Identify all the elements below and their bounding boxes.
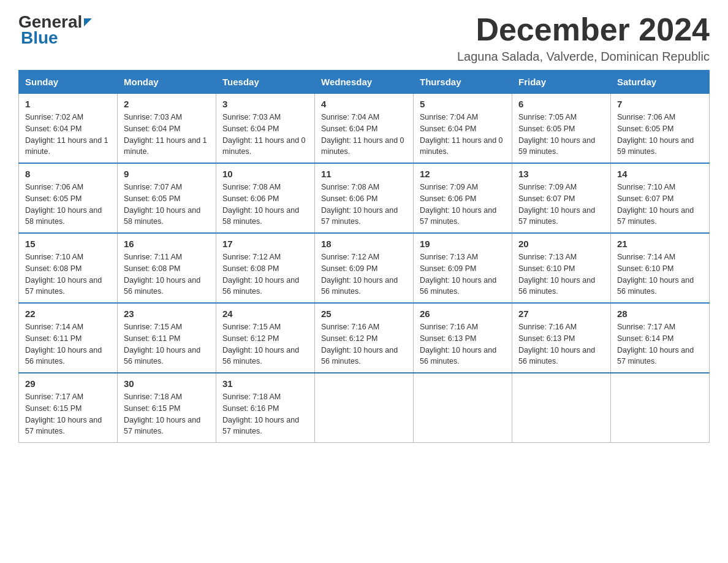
day-info: Sunrise: 7:17 AMSunset: 6:15 PMDaylight:… — [25, 393, 102, 435]
day-number: 1 — [25, 99, 111, 109]
day-info: Sunrise: 7:09 AMSunset: 6:06 PMDaylight:… — [420, 183, 496, 226]
calendar-cell: 9 Sunrise: 7:07 AMSunset: 6:05 PMDayligh… — [118, 163, 216, 233]
day-number: 8 — [25, 169, 111, 179]
calendar-cell — [611, 373, 710, 443]
calendar-cell: 17 Sunrise: 7:12 AMSunset: 6:08 PMDaylig… — [216, 233, 315, 303]
calendar-cell: 11 Sunrise: 7:08 AMSunset: 6:06 PMDaylig… — [315, 163, 414, 233]
day-number: 2 — [124, 99, 210, 109]
day-number: 11 — [321, 169, 407, 179]
day-info: Sunrise: 7:07 AMSunset: 6:05 PMDaylight:… — [124, 183, 200, 226]
day-number: 5 — [420, 99, 506, 109]
day-number: 28 — [617, 308, 703, 319]
day-info: Sunrise: 7:16 AMSunset: 6:13 PMDaylight:… — [420, 323, 496, 366]
day-number: 14 — [617, 169, 703, 179]
title-section: December 2024 Laguna Salada, Valverde, D… — [457, 12, 710, 64]
calendar-cell: 5 Sunrise: 7:04 AMSunset: 6:04 PMDayligh… — [414, 94, 512, 164]
day-number: 15 — [25, 239, 111, 249]
day-info: Sunrise: 7:14 AMSunset: 6:10 PMDaylight:… — [617, 253, 694, 296]
day-info: Sunrise: 7:08 AMSunset: 6:06 PMDaylight:… — [222, 183, 299, 226]
calendar-cell — [315, 373, 414, 443]
day-number: 27 — [518, 308, 604, 319]
day-number: 4 — [321, 99, 407, 109]
day-info: Sunrise: 7:12 AMSunset: 6:09 PMDaylight:… — [321, 253, 398, 296]
calendar-cell: 20 Sunrise: 7:13 AMSunset: 6:10 PMDaylig… — [512, 233, 611, 303]
day-number: 20 — [518, 239, 604, 249]
calendar-table: Sunday Monday Tuesday Wednesday Thursday… — [18, 70, 710, 443]
day-number: 22 — [25, 308, 111, 319]
day-number: 18 — [321, 239, 407, 249]
day-info: Sunrise: 7:16 AMSunset: 6:12 PMDaylight:… — [321, 323, 398, 366]
day-number: 7 — [617, 99, 703, 109]
logo-blue: Blue — [21, 28, 92, 48]
day-info: Sunrise: 7:12 AMSunset: 6:08 PMDaylight:… — [222, 253, 299, 296]
calendar-cell — [512, 373, 611, 443]
month-title: December 2024 — [457, 12, 710, 47]
calendar-header: Sunday Monday Tuesday Wednesday Thursday… — [19, 71, 710, 94]
calendar-cell: 3 Sunrise: 7:03 AMSunset: 6:04 PMDayligh… — [216, 94, 315, 164]
calendar-body: 1 Sunrise: 7:02 AMSunset: 6:04 PMDayligh… — [19, 94, 710, 443]
calendar-cell: 14 Sunrise: 7:10 AMSunset: 6:07 PMDaylig… — [611, 163, 710, 233]
page-header: General Blue December 2024 Laguna Salada… — [18, 12, 710, 64]
calendar-cell: 22 Sunrise: 7:14 AMSunset: 6:11 PMDaylig… — [19, 303, 118, 373]
calendar-cell: 16 Sunrise: 7:11 AMSunset: 6:08 PMDaylig… — [118, 233, 216, 303]
day-number: 6 — [518, 99, 604, 109]
calendar-cell: 29 Sunrise: 7:17 AMSunset: 6:15 PMDaylig… — [19, 373, 118, 443]
calendar-cell: 10 Sunrise: 7:08 AMSunset: 6:06 PMDaylig… — [216, 163, 315, 233]
calendar-cell: 21 Sunrise: 7:14 AMSunset: 6:10 PMDaylig… — [611, 233, 710, 303]
calendar-cell — [414, 373, 512, 443]
calendar-cell: 25 Sunrise: 7:16 AMSunset: 6:12 PMDaylig… — [315, 303, 414, 373]
calendar-cell: 28 Sunrise: 7:17 AMSunset: 6:14 PMDaylig… — [611, 303, 710, 373]
day-info: Sunrise: 7:15 AMSunset: 6:12 PMDaylight:… — [222, 323, 299, 366]
day-number: 25 — [321, 308, 407, 319]
day-number: 16 — [124, 239, 210, 249]
day-info: Sunrise: 7:09 AMSunset: 6:07 PMDaylight:… — [518, 183, 595, 226]
calendar-cell: 23 Sunrise: 7:15 AMSunset: 6:11 PMDaylig… — [118, 303, 216, 373]
calendar-cell: 1 Sunrise: 7:02 AMSunset: 6:04 PMDayligh… — [19, 94, 118, 164]
day-info: Sunrise: 7:03 AMSunset: 6:04 PMDaylight:… — [222, 113, 306, 156]
logo: General Blue — [18, 12, 92, 48]
day-info: Sunrise: 7:10 AMSunset: 6:08 PMDaylight:… — [25, 253, 102, 296]
day-info: Sunrise: 7:18 AMSunset: 6:16 PMDaylight:… — [222, 393, 299, 435]
day-info: Sunrise: 7:17 AMSunset: 6:14 PMDaylight:… — [617, 323, 694, 366]
day-info: Sunrise: 7:15 AMSunset: 6:11 PMDaylight:… — [124, 323, 200, 366]
calendar-cell: 26 Sunrise: 7:16 AMSunset: 6:13 PMDaylig… — [414, 303, 512, 373]
day-info: Sunrise: 7:11 AMSunset: 6:08 PMDaylight:… — [124, 253, 200, 296]
day-info: Sunrise: 7:03 AMSunset: 6:04 PMDaylight:… — [124, 113, 207, 156]
calendar-cell: 12 Sunrise: 7:09 AMSunset: 6:06 PMDaylig… — [414, 163, 512, 233]
calendar-cell: 7 Sunrise: 7:06 AMSunset: 6:05 PMDayligh… — [611, 94, 710, 164]
calendar-cell: 2 Sunrise: 7:03 AMSunset: 6:04 PMDayligh… — [118, 94, 216, 164]
day-number: 3 — [222, 99, 308, 109]
day-info: Sunrise: 7:06 AMSunset: 6:05 PMDaylight:… — [617, 113, 694, 156]
calendar-cell: 30 Sunrise: 7:18 AMSunset: 6:15 PMDaylig… — [118, 373, 216, 443]
day-info: Sunrise: 7:18 AMSunset: 6:15 PMDaylight:… — [124, 393, 200, 435]
calendar-cell: 18 Sunrise: 7:12 AMSunset: 6:09 PMDaylig… — [315, 233, 414, 303]
day-info: Sunrise: 7:13 AMSunset: 6:10 PMDaylight:… — [518, 253, 595, 296]
day-number: 23 — [124, 308, 210, 319]
day-number: 29 — [25, 378, 111, 389]
day-number: 17 — [222, 239, 308, 249]
calendar-cell: 27 Sunrise: 7:16 AMSunset: 6:13 PMDaylig… — [512, 303, 611, 373]
calendar-cell: 15 Sunrise: 7:10 AMSunset: 6:08 PMDaylig… — [19, 233, 118, 303]
day-number: 24 — [222, 308, 308, 319]
day-number: 9 — [124, 169, 210, 179]
day-number: 26 — [420, 308, 506, 319]
calendar-cell: 8 Sunrise: 7:06 AMSunset: 6:05 PMDayligh… — [19, 163, 118, 233]
day-number: 30 — [124, 378, 210, 389]
day-number: 10 — [222, 169, 308, 179]
calendar-cell: 4 Sunrise: 7:04 AMSunset: 6:04 PMDayligh… — [315, 94, 414, 164]
header-tuesday: Tuesday — [216, 71, 315, 94]
header-monday: Monday — [118, 71, 216, 94]
day-number: 21 — [617, 239, 703, 249]
header-saturday: Saturday — [611, 71, 710, 94]
calendar-cell: 19 Sunrise: 7:13 AMSunset: 6:09 PMDaylig… — [414, 233, 512, 303]
header-thursday: Thursday — [414, 71, 512, 94]
day-number: 19 — [420, 239, 506, 249]
header-wednesday: Wednesday — [315, 71, 414, 94]
calendar-cell: 24 Sunrise: 7:15 AMSunset: 6:12 PMDaylig… — [216, 303, 315, 373]
day-info: Sunrise: 7:02 AMSunset: 6:04 PMDaylight:… — [25, 113, 108, 156]
day-info: Sunrise: 7:05 AMSunset: 6:05 PMDaylight:… — [518, 113, 595, 156]
day-info: Sunrise: 7:04 AMSunset: 6:04 PMDaylight:… — [420, 113, 503, 156]
day-info: Sunrise: 7:06 AMSunset: 6:05 PMDaylight:… — [25, 183, 102, 226]
calendar-cell: 31 Sunrise: 7:18 AMSunset: 6:16 PMDaylig… — [216, 373, 315, 443]
day-number: 12 — [420, 169, 506, 179]
